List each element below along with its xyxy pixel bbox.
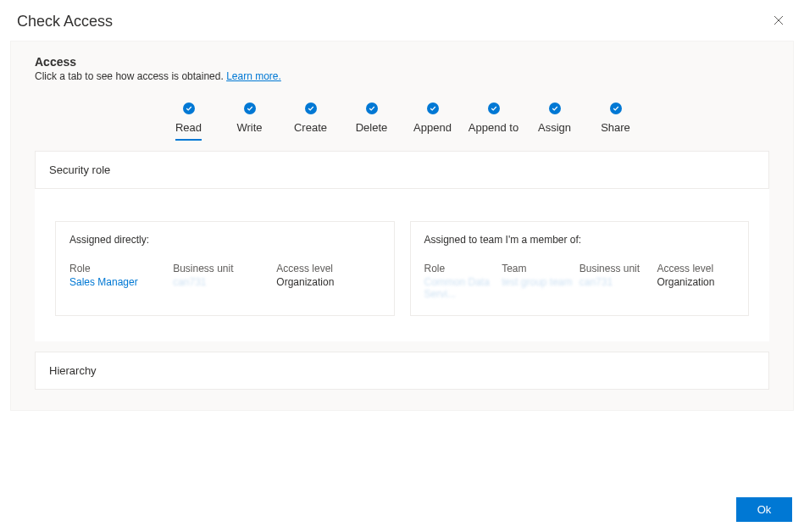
close-button[interactable]	[770, 12, 787, 30]
check-icon	[183, 103, 195, 114]
hierarchy-title: Hierarchy	[49, 364, 755, 377]
tab-assign[interactable]: Assign	[524, 103, 585, 141]
access-level-value: Organization	[657, 276, 735, 288]
tab-write[interactable]: Write	[219, 103, 280, 141]
check-icon	[549, 103, 561, 114]
check-icon	[244, 103, 256, 114]
check-icon	[305, 103, 317, 114]
role-value[interactable]: Common Data Servi...	[424, 276, 502, 300]
ok-button[interactable]: Ok	[736, 497, 792, 522]
tab-label: Delete	[356, 121, 388, 139]
security-role-details: Assigned directly: Role Sales Manager Bu…	[35, 189, 769, 341]
team-value[interactable]: test group team	[502, 276, 579, 288]
assigned-team-card: Assigned to team I'm a member of: Role C…	[410, 221, 750, 316]
check-icon	[366, 103, 378, 114]
security-role-header[interactable]: Security role	[35, 151, 769, 189]
tab-label: Share	[601, 121, 630, 139]
tab-append-to[interactable]: Append to	[463, 103, 524, 141]
tab-create[interactable]: Create	[280, 103, 341, 141]
assigned-team-title: Assigned to team I'm a member of:	[424, 234, 735, 246]
business-unit-value[interactable]: can731	[579, 276, 657, 288]
access-level-label: Access level	[657, 263, 735, 274]
check-icon	[488, 103, 500, 114]
tab-share[interactable]: Share	[585, 103, 646, 141]
access-level-label: Access level	[276, 263, 380, 274]
access-heading: Access	[35, 55, 769, 69]
check-icon	[610, 103, 622, 114]
dialog-title: Check Access	[17, 13, 113, 30]
access-panel: Access Click a tab to see how access is …	[10, 41, 794, 411]
learn-more-link[interactable]: Learn more.	[226, 70, 281, 82]
hierarchy-header[interactable]: Hierarchy	[35, 352, 769, 390]
close-icon	[774, 15, 784, 25]
tab-append[interactable]: Append	[402, 103, 463, 141]
check-icon	[427, 103, 439, 114]
tab-delete[interactable]: Delete	[341, 103, 402, 141]
tab-label: Write	[236, 121, 262, 139]
tab-read[interactable]: Read	[158, 103, 219, 141]
security-role-title: Security role	[49, 163, 755, 176]
tab-label: Assign	[538, 121, 571, 139]
assigned-directly-title: Assigned directly:	[69, 234, 380, 246]
assigned-directly-card: Assigned directly: Role Sales Manager Bu…	[55, 221, 395, 316]
role-value[interactable]: Sales Manager	[69, 276, 173, 288]
tab-label: Append to	[469, 121, 518, 139]
team-label: Team	[502, 263, 579, 274]
access-tabs: Read Write Create Delete Append Append t…	[35, 103, 769, 141]
tab-label: Read	[175, 121, 202, 141]
role-label: Role	[424, 263, 502, 274]
access-level-value: Organization	[276, 276, 380, 288]
access-description-text: Click a tab to see how access is obtaine…	[35, 70, 226, 82]
tab-label: Append	[413, 121, 452, 139]
business-unit-value[interactable]: can731	[173, 276, 276, 288]
business-unit-label: Business unit	[173, 263, 276, 274]
business-unit-label: Business unit	[579, 263, 657, 274]
access-description: Click a tab to see how access is obtaine…	[35, 70, 769, 82]
tab-label: Create	[294, 121, 327, 139]
role-label: Role	[69, 263, 173, 274]
